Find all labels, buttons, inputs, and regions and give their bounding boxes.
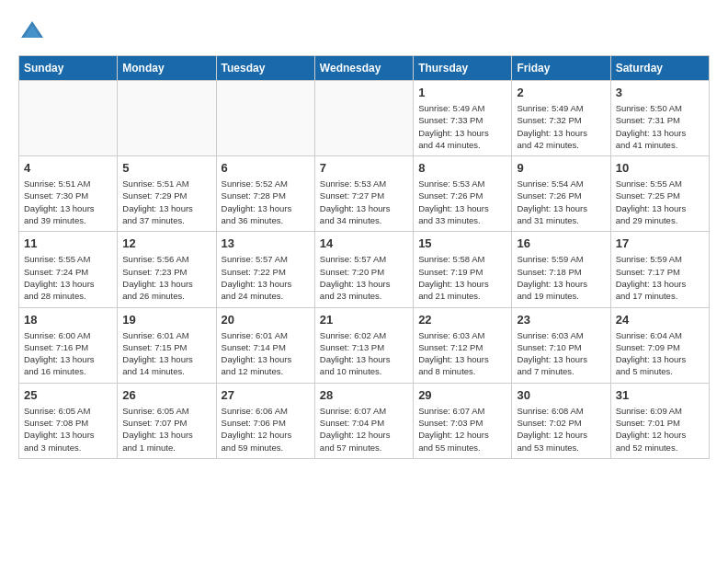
day-info: Sunrise: 6:08 AM Sunset: 7:02 PM Dayligh… <box>517 405 605 454</box>
day-number: 20 <box>222 313 310 327</box>
page-header <box>18 18 710 46</box>
calendar-day-cell: 11Sunrise: 5:55 AM Sunset: 7:24 PM Dayli… <box>19 232 118 307</box>
calendar-day-cell: 13Sunrise: 5:57 AM Sunset: 7:22 PM Dayli… <box>216 232 314 307</box>
calendar-day-cell: 27Sunrise: 6:06 AM Sunset: 7:06 PM Dayli… <box>216 383 314 458</box>
calendar-day-cell: 9Sunrise: 5:54 AM Sunset: 7:26 PM Daylig… <box>512 156 610 232</box>
day-number: 1 <box>418 86 506 99</box>
calendar-day-cell <box>216 81 314 156</box>
day-number: 23 <box>517 313 605 327</box>
calendar-day-cell: 28Sunrise: 6:07 AM Sunset: 7:04 PM Dayli… <box>314 383 413 458</box>
day-info: Sunrise: 5:57 AM Sunset: 7:20 PM Dayligh… <box>320 253 408 302</box>
day-number: 11 <box>24 236 112 250</box>
day-info: Sunrise: 5:49 AM Sunset: 7:33 PM Dayligh… <box>418 102 506 151</box>
day-number: 30 <box>517 388 605 402</box>
calendar-week-row: 25Sunrise: 6:05 AM Sunset: 7:08 PM Dayli… <box>19 383 710 458</box>
day-info: Sunrise: 6:03 AM Sunset: 7:10 PM Dayligh… <box>517 329 605 378</box>
day-info: Sunrise: 5:53 AM Sunset: 7:26 PM Dayligh… <box>418 178 506 226</box>
day-number: 8 <box>418 161 506 175</box>
day-number: 17 <box>616 236 704 250</box>
calendar-week-row: 11Sunrise: 5:55 AM Sunset: 7:24 PM Dayli… <box>19 232 710 307</box>
day-info: Sunrise: 5:58 AM Sunset: 7:19 PM Dayligh… <box>418 253 506 302</box>
calendar-day-cell: 23Sunrise: 6:03 AM Sunset: 7:10 PM Dayli… <box>512 307 610 383</box>
day-of-week-header: Monday <box>118 56 216 81</box>
day-number: 5 <box>122 161 210 175</box>
day-info: Sunrise: 5:59 AM Sunset: 7:18 PM Dayligh… <box>517 253 605 302</box>
day-info: Sunrise: 6:09 AM Sunset: 7:01 PM Dayligh… <box>616 405 704 454</box>
day-number: 12 <box>122 236 210 250</box>
day-number: 29 <box>418 388 506 402</box>
calendar-day-cell: 22Sunrise: 6:03 AM Sunset: 7:12 PM Dayli… <box>414 307 512 383</box>
calendar-day-cell: 20Sunrise: 6:01 AM Sunset: 7:14 PM Dayli… <box>216 307 314 383</box>
calendar-day-cell: 7Sunrise: 5:53 AM Sunset: 7:27 PM Daylig… <box>314 156 413 232</box>
calendar-day-cell: 25Sunrise: 6:05 AM Sunset: 7:08 PM Dayli… <box>19 383 118 458</box>
calendar-day-cell: 12Sunrise: 5:56 AM Sunset: 7:23 PM Dayli… <box>118 232 216 307</box>
calendar-day-cell: 21Sunrise: 6:02 AM Sunset: 7:13 PM Dayli… <box>314 307 413 383</box>
day-info: Sunrise: 6:07 AM Sunset: 7:03 PM Dayligh… <box>418 405 506 454</box>
day-info: Sunrise: 5:59 AM Sunset: 7:17 PM Dayligh… <box>616 253 704 302</box>
day-number: 28 <box>320 388 408 402</box>
day-info: Sunrise: 6:00 AM Sunset: 7:16 PM Dayligh… <box>24 329 112 378</box>
day-number: 19 <box>122 313 210 327</box>
day-number: 31 <box>616 388 704 402</box>
day-info: Sunrise: 5:51 AM Sunset: 7:30 PM Dayligh… <box>24 178 112 226</box>
calendar-day-cell: 8Sunrise: 5:53 AM Sunset: 7:26 PM Daylig… <box>414 156 512 232</box>
day-number: 13 <box>222 236 310 250</box>
day-info: Sunrise: 5:51 AM Sunset: 7:29 PM Dayligh… <box>122 178 210 226</box>
logo <box>18 18 51 46</box>
calendar-day-cell: 2Sunrise: 5:49 AM Sunset: 7:32 PM Daylig… <box>512 81 610 156</box>
calendar-week-row: 4Sunrise: 5:51 AM Sunset: 7:30 PM Daylig… <box>19 156 710 232</box>
day-info: Sunrise: 5:54 AM Sunset: 7:26 PM Dayligh… <box>517 178 605 226</box>
calendar-day-cell: 3Sunrise: 5:50 AM Sunset: 7:31 PM Daylig… <box>610 81 709 156</box>
day-number: 10 <box>616 161 704 175</box>
day-info: Sunrise: 6:04 AM Sunset: 7:09 PM Dayligh… <box>616 329 704 378</box>
day-number: 14 <box>320 236 408 250</box>
day-number: 2 <box>517 86 605 99</box>
day-info: Sunrise: 6:03 AM Sunset: 7:12 PM Dayligh… <box>418 329 506 378</box>
calendar-day-cell: 14Sunrise: 5:57 AM Sunset: 7:20 PM Dayli… <box>314 232 413 307</box>
day-number: 9 <box>517 161 605 175</box>
calendar-week-row: 18Sunrise: 6:00 AM Sunset: 7:16 PM Dayli… <box>19 307 710 383</box>
calendar-day-cell: 19Sunrise: 6:01 AM Sunset: 7:15 PM Dayli… <box>118 307 216 383</box>
calendar-day-cell <box>19 81 118 156</box>
logo-icon <box>18 18 46 46</box>
day-number: 16 <box>517 236 605 250</box>
day-info: Sunrise: 5:55 AM Sunset: 7:24 PM Dayligh… <box>24 253 112 302</box>
day-number: 3 <box>616 86 704 99</box>
day-of-week-header: Wednesday <box>314 56 413 81</box>
calendar-day-cell: 15Sunrise: 5:58 AM Sunset: 7:19 PM Dayli… <box>414 232 512 307</box>
day-number: 4 <box>24 161 112 175</box>
calendar-day-cell: 18Sunrise: 6:00 AM Sunset: 7:16 PM Dayli… <box>19 307 118 383</box>
day-info: Sunrise: 6:01 AM Sunset: 7:15 PM Dayligh… <box>122 329 210 378</box>
day-info: Sunrise: 5:52 AM Sunset: 7:28 PM Dayligh… <box>222 178 310 226</box>
day-info: Sunrise: 5:49 AM Sunset: 7:32 PM Dayligh… <box>517 102 605 151</box>
day-number: 18 <box>24 313 112 327</box>
day-info: Sunrise: 6:05 AM Sunset: 7:07 PM Dayligh… <box>122 405 210 454</box>
calendar-day-cell: 30Sunrise: 6:08 AM Sunset: 7:02 PM Dayli… <box>512 383 610 458</box>
day-info: Sunrise: 6:06 AM Sunset: 7:06 PM Dayligh… <box>222 405 310 454</box>
day-info: Sunrise: 5:53 AM Sunset: 7:27 PM Dayligh… <box>320 178 408 226</box>
day-info: Sunrise: 6:01 AM Sunset: 7:14 PM Dayligh… <box>222 329 310 378</box>
day-number: 21 <box>320 313 408 327</box>
calendar-day-cell: 1Sunrise: 5:49 AM Sunset: 7:33 PM Daylig… <box>414 81 512 156</box>
day-info: Sunrise: 5:55 AM Sunset: 7:25 PM Dayligh… <box>616 178 704 226</box>
day-info: Sunrise: 6:02 AM Sunset: 7:13 PM Dayligh… <box>320 329 408 378</box>
calendar-day-cell <box>314 81 413 156</box>
day-of-week-header: Sunday <box>19 56 118 81</box>
calendar-header-row: SundayMondayTuesdayWednesdayThursdayFrid… <box>19 56 710 81</box>
calendar-day-cell: 5Sunrise: 5:51 AM Sunset: 7:29 PM Daylig… <box>118 156 216 232</box>
calendar-week-row: 1Sunrise: 5:49 AM Sunset: 7:33 PM Daylig… <box>19 81 710 156</box>
calendar-day-cell: 17Sunrise: 5:59 AM Sunset: 7:17 PM Dayli… <box>610 232 709 307</box>
day-number: 15 <box>418 236 506 250</box>
calendar-day-cell: 29Sunrise: 6:07 AM Sunset: 7:03 PM Dayli… <box>414 383 512 458</box>
day-of-week-header: Friday <box>512 56 610 81</box>
day-number: 26 <box>122 388 210 402</box>
calendar-day-cell: 6Sunrise: 5:52 AM Sunset: 7:28 PM Daylig… <box>216 156 314 232</box>
day-number: 22 <box>418 313 506 327</box>
calendar-day-cell: 24Sunrise: 6:04 AM Sunset: 7:09 PM Dayli… <box>610 307 709 383</box>
day-of-week-header: Thursday <box>414 56 512 81</box>
calendar-table: SundayMondayTuesdayWednesdayThursdayFrid… <box>18 55 710 459</box>
calendar-day-cell: 4Sunrise: 5:51 AM Sunset: 7:30 PM Daylig… <box>19 156 118 232</box>
day-number: 25 <box>24 388 112 402</box>
calendar-day-cell: 16Sunrise: 5:59 AM Sunset: 7:18 PM Dayli… <box>512 232 610 307</box>
day-info: Sunrise: 5:50 AM Sunset: 7:31 PM Dayligh… <box>616 102 704 151</box>
